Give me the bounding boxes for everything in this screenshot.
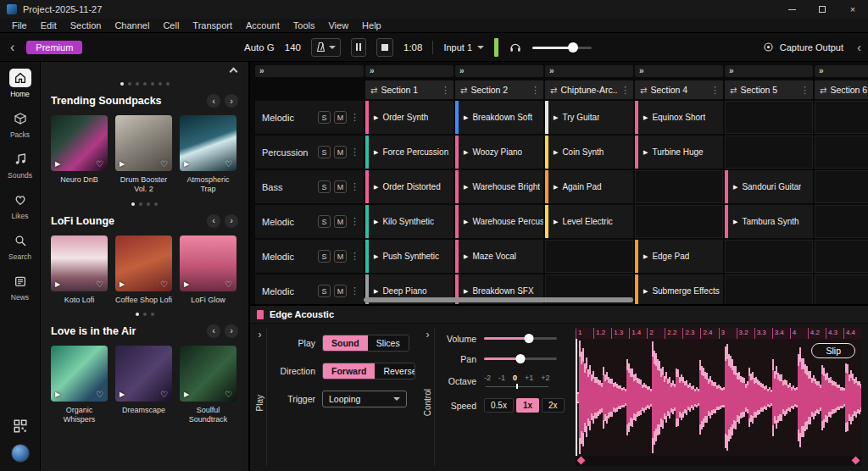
- empty-clip-cell[interactable]: [815, 136, 868, 169]
- soundpack-art[interactable]: ▶♡: [180, 115, 236, 171]
- track-row-header[interactable]: MelodicSM⋮: [255, 240, 364, 273]
- carousel-dot[interactable]: [151, 313, 154, 316]
- solo-button[interactable]: S: [318, 180, 331, 193]
- clip-play-icon[interactable]: ▶: [464, 184, 468, 191]
- clip-play-icon[interactable]: ▶: [374, 149, 378, 156]
- play-mode-slices[interactable]: Slices: [368, 335, 409, 351]
- clip-play-icon[interactable]: ▶: [733, 184, 737, 191]
- section-header[interactable]: ⇄Section 4⋮: [635, 80, 723, 99]
- solo-button[interactable]: S: [318, 111, 331, 124]
- octave-option[interactable]: +2: [541, 374, 549, 382]
- empty-clip-cell[interactable]: [815, 170, 868, 203]
- soundpack-art[interactable]: ▶♡: [51, 346, 108, 402]
- pause-button[interactable]: [351, 38, 366, 57]
- carousel-prev-button[interactable]: ‹: [207, 324, 220, 338]
- play-mode-sound[interactable]: Sound: [323, 335, 368, 351]
- collapse-panel-button[interactable]: ‹: [857, 40, 861, 54]
- mute-button[interactable]: M: [334, 285, 347, 297]
- quantize-setting[interactable]: Auto G: [244, 42, 275, 53]
- soundpack-card[interactable]: ▶♡Atmospheric Trap: [180, 115, 236, 195]
- clip-cell[interactable]: ▶Again Pad: [545, 170, 633, 203]
- sidebar-item-news[interactable]: News: [9, 272, 31, 302]
- premium-badge[interactable]: Premium: [26, 41, 82, 54]
- clip-cell[interactable]: ▶Turbine Huge: [635, 136, 723, 169]
- octave-option[interactable]: +1: [525, 374, 533, 382]
- track-row-header[interactable]: BassSM⋮: [255, 170, 364, 203]
- clip-play-icon[interactable]: ▶: [554, 114, 558, 121]
- clip-play-icon[interactable]: ▶: [464, 114, 468, 121]
- pager-dot[interactable]: [136, 82, 139, 86]
- carousel-next-button[interactable]: ›: [225, 214, 238, 228]
- soundpack-art[interactable]: ▶♡: [180, 236, 236, 291]
- kebab-menu-icon[interactable]: ⋮: [531, 85, 540, 96]
- clip-play-icon[interactable]: ▶: [464, 253, 468, 260]
- sidebar-item-packs[interactable]: Packs: [9, 109, 31, 139]
- empty-clip-cell[interactable]: [725, 240, 813, 273]
- speed-option-0.5x[interactable]: 0.5x: [484, 398, 514, 413]
- menu-item-account[interactable]: Account: [239, 20, 287, 30]
- soundpack-art[interactable]: ▶♡: [115, 236, 172, 291]
- clip-cell[interactable]: ▶Submerge Effects: [635, 274, 723, 304]
- direction-reverse[interactable]: Reverse: [375, 363, 415, 379]
- soundpack-art[interactable]: ▶♡: [115, 115, 172, 171]
- heart-icon[interactable]: ♡: [96, 280, 103, 289]
- scene-launch-button[interactable]: »: [635, 65, 723, 77]
- kebab-menu-icon[interactable]: ⋮: [710, 85, 720, 96]
- kebab-menu-icon[interactable]: ⋮: [350, 181, 359, 192]
- mute-button[interactable]: M: [334, 111, 347, 124]
- loop-end-marker[interactable]: [852, 457, 860, 465]
- solo-button[interactable]: S: [318, 250, 331, 263]
- play-icon[interactable]: ▶: [184, 160, 189, 168]
- soundpack-card[interactable]: ▶♡Neuro DnB: [51, 115, 108, 195]
- maximize-button[interactable]: [807, 0, 837, 19]
- octave-option[interactable]: -1: [498, 374, 505, 382]
- mute-button[interactable]: M: [334, 250, 347, 263]
- heart-icon[interactable]: ♡: [225, 390, 232, 399]
- kebab-menu-icon[interactable]: ⋮: [350, 285, 359, 296]
- pager-dot[interactable]: [151, 82, 154, 86]
- empty-clip-cell[interactable]: [635, 205, 723, 238]
- output-volume-slider[interactable]: [532, 42, 592, 53]
- sidebar-item-likes[interactable]: Likes: [9, 191, 31, 220]
- heart-icon[interactable]: ♡: [225, 280, 232, 289]
- clip-play-icon[interactable]: ▶: [643, 253, 648, 260]
- heart-icon[interactable]: ♡: [160, 280, 168, 289]
- clip-play-icon[interactable]: ▶: [554, 219, 558, 225]
- menu-item-cell[interactable]: Cell: [156, 20, 186, 30]
- clip-cell[interactable]: ▶Woozy Piano: [455, 136, 543, 169]
- direction-forward[interactable]: Forward: [323, 363, 375, 379]
- kebab-menu-icon[interactable]: ⋮: [620, 85, 630, 96]
- carousel-dot[interactable]: [131, 202, 135, 206]
- clip-play-icon[interactable]: ▶: [464, 288, 468, 295]
- play-icon[interactable]: ▶: [55, 160, 60, 168]
- empty-clip-cell[interactable]: [815, 101, 868, 134]
- empty-clip-cell[interactable]: [815, 240, 868, 273]
- clip-play-icon[interactable]: ▶: [554, 149, 558, 156]
- section-header[interactable]: ⇄Section 6⋮: [815, 80, 868, 99]
- kebab-menu-icon[interactable]: ⋮: [350, 147, 359, 158]
- carousel-prev-button[interactable]: ‹: [207, 214, 220, 228]
- minimize-button[interactable]: [776, 0, 807, 19]
- clip-play-icon[interactable]: ▶: [733, 219, 737, 225]
- soundpack-card[interactable]: ▶♡Koto Lofi: [51, 236, 108, 305]
- capture-output-button[interactable]: Capture Output: [763, 42, 843, 53]
- menu-item-help[interactable]: Help: [355, 20, 388, 30]
- heart-icon[interactable]: ♡: [96, 159, 103, 169]
- kebab-menu-icon[interactable]: ⋮: [800, 85, 810, 96]
- clip-cell[interactable]: ▶Order Distorted: [365, 170, 453, 203]
- metronome-button[interactable]: [311, 38, 341, 57]
- user-avatar[interactable]: [11, 444, 30, 463]
- clip-play-icon[interactable]: ▶: [374, 253, 378, 260]
- speed-option-1x[interactable]: 1x: [516, 398, 539, 413]
- menu-item-channel[interactable]: Channel: [108, 20, 156, 30]
- clip-cell[interactable]: ▶Order Synth: [365, 101, 453, 134]
- empty-clip-cell[interactable]: [725, 101, 813, 134]
- clip-cell[interactable]: ▶Edge Pad: [635, 240, 723, 273]
- heart-icon[interactable]: ♡: [225, 159, 232, 169]
- solo-button[interactable]: S: [318, 215, 331, 228]
- menu-item-tools[interactable]: Tools: [287, 20, 322, 30]
- sidebar-item-home[interactable]: Home: [9, 69, 31, 98]
- octave-option[interactable]: 0: [513, 374, 517, 382]
- solo-button[interactable]: S: [318, 146, 331, 158]
- scene-launch-all-button[interactable]: »: [255, 65, 364, 77]
